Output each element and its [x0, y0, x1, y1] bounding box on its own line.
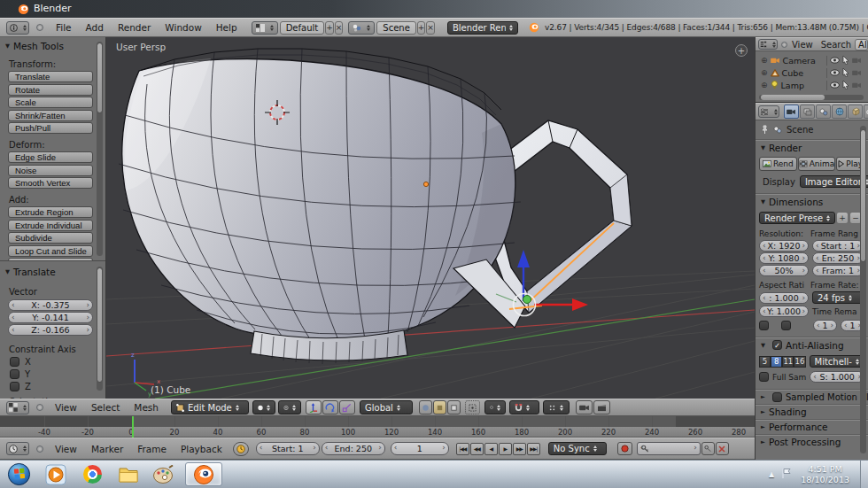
collapse-menus-toggle[interactable] [36, 24, 43, 31]
full-sample-checkbox[interactable] [759, 372, 769, 382]
blender-taskbar-icon[interactable] [185, 462, 222, 486]
aspect-y-field[interactable]: Y: 1.000 [759, 306, 809, 317]
viewport-3d[interactable]: z y x User Persp (1) Cube + [106, 37, 755, 399]
preview-range-toggle[interactable] [233, 442, 249, 456]
timeline-canvas[interactable] [0, 416, 755, 427]
timeline-menu-playback[interactable]: Playback [174, 444, 229, 454]
tab-render[interactable] [784, 105, 799, 119]
outliner-row-cube[interactable]: ⊕ Cube [756, 66, 868, 79]
timeline-menu-marker[interactable]: Marker [84, 444, 130, 454]
header-collapse-toggle[interactable] [36, 404, 43, 411]
frame-start-field[interactable]: Start: 1 [256, 442, 320, 455]
menu-help[interactable]: Help [209, 22, 244, 33]
menu-add[interactable]: Add [79, 22, 111, 33]
snap-element-dropdown[interactable] [543, 400, 570, 414]
remap-old-field[interactable]: 1 [813, 320, 837, 331]
layout-delete-button[interactable]: × [335, 21, 344, 35]
timeline-collapse-toggle[interactable] [36, 445, 43, 453]
editor-type-properties-button[interactable] [758, 105, 779, 118]
operator-scrollbar[interactable] [97, 267, 103, 391]
jump-to-end-button[interactable]: ▶▶| [527, 443, 540, 455]
outliner-item-name[interactable]: Cube [782, 68, 804, 78]
layer-toggle-3[interactable] [447, 400, 461, 414]
render-animation-button[interactable]: Anima [798, 157, 836, 171]
manipulator-scale-toggle[interactable] [339, 400, 355, 414]
crop-checkbox[interactable] [781, 321, 791, 330]
outliner-item-name[interactable]: Camera [783, 56, 816, 66]
outliner-menu-search[interactable]: Search [818, 40, 855, 50]
scene-name-field[interactable]: Scene [376, 21, 416, 35]
timeline-menu-view[interactable]: View [48, 444, 84, 454]
keying-set-field[interactable] [637, 442, 701, 455]
manipulator-rotate-toggle[interactable] [322, 400, 338, 414]
pivot-point-dropdown[interactable] [278, 400, 301, 414]
scale-button[interactable]: Scale [8, 97, 93, 108]
display-dropdown[interactable]: Image Editor [800, 175, 868, 188]
antialiasing-section-header[interactable]: Anti-Aliasing [756, 337, 868, 352]
tab-render-layers[interactable] [800, 105, 815, 119]
taskbar-clock[interactable]: 4:51 PM 18/10/2013 [801, 464, 849, 485]
pin-icon[interactable] [761, 125, 769, 135]
filter-size-field[interactable]: S: 1.000 [810, 371, 864, 383]
viewport-shading-dropdown[interactable] [252, 400, 275, 414]
layer-toggle-2[interactable] [433, 400, 446, 414]
view3d-menu-view[interactable]: View [48, 402, 84, 413]
region-expand-icon[interactable]: + [735, 44, 748, 57]
constraint-x-checkbox[interactable] [10, 357, 19, 367]
mode-dropdown[interactable]: Edit Mode [171, 400, 249, 414]
outliner-collapse-toggle[interactable] [781, 42, 787, 48]
editor-type-3d-button[interactable] [6, 401, 29, 414]
menu-render[interactable]: Render [111, 22, 158, 33]
editor-type-outliner-button[interactable] [758, 39, 778, 50]
breadcrumb-context[interactable]: Scene [787, 125, 814, 135]
aa-samples-16[interactable]: 16 [794, 356, 805, 368]
push-pull-button[interactable]: Push/Pull [8, 122, 93, 134]
render-engine-dropdown[interactable]: Blender Render [447, 21, 518, 35]
extrude-individual-button[interactable]: Extrude Individual [8, 220, 93, 231]
media-player-taskbar-icon[interactable] [42, 462, 70, 486]
show-desktop-button[interactable] [860, 461, 868, 488]
aa-filter-dropdown[interactable]: Mitchell- [810, 355, 864, 368]
scene-selector-button[interactable] [348, 21, 375, 35]
dimensions-section-header[interactable]: Dimensions [756, 193, 868, 209]
visibility-eye-icon[interactable] [830, 81, 840, 89]
expand-icon[interactable]: ⊕ [761, 56, 768, 65]
extrude-region-button[interactable]: Extrude Region [8, 206, 93, 218]
selectable-cursor-icon[interactable] [842, 68, 849, 77]
render-section-header[interactable]: Render [756, 139, 868, 155]
duplicate-button[interactable]: Duplicate [8, 258, 93, 261]
scene-delete-button[interactable]: × [426, 21, 435, 35]
fps-dropdown[interactable]: 24 fps [812, 291, 864, 304]
opengl-render-button[interactable] [576, 400, 593, 414]
noise-button[interactable]: Noise [8, 165, 93, 176]
jump-to-start-button[interactable]: |◀◀ [456, 443, 469, 455]
selectable-cursor-icon[interactable] [842, 81, 849, 89]
outliner-menu-view[interactable]: View [787, 40, 818, 50]
motion-blur-checkbox[interactable] [772, 392, 782, 402]
jump-prev-keyframe-button[interactable]: ◀◀ [470, 443, 484, 455]
renderable-camera-icon[interactable] [852, 57, 862, 64]
chrome-taskbar-icon[interactable] [78, 462, 106, 486]
preset-add-button[interactable]: + [836, 212, 849, 224]
resolution-percentage-field[interactable]: 50% [759, 265, 809, 276]
menu-window[interactable]: Window [158, 22, 208, 33]
layout-add-button[interactable]: + [325, 21, 334, 35]
properties-scrollbar[interactable] [860, 126, 866, 453]
opengl-render-anim-button[interactable] [593, 400, 610, 414]
motion-blur-section-header[interactable]: Sampled Motion Blur [756, 389, 868, 404]
loop-cut-button[interactable]: Loop Cut and Slide [8, 245, 93, 257]
toolshelf-scrollbar[interactable] [97, 42, 103, 256]
frame-end-field[interactable]: End: 250 [322, 442, 385, 455]
mesh-tools-panel-header[interactable]: Mesh Tools [5, 41, 105, 51]
frame-end-prop-field[interactable]: En: 250 [812, 252, 864, 264]
operator-panel-header[interactable]: Translate [5, 267, 105, 277]
rotate-button[interactable]: Rotate [8, 84, 93, 96]
tab-constraints[interactable] [864, 105, 868, 119]
outliner-item-name[interactable]: Lamp [781, 81, 804, 90]
edge-slide-button[interactable]: Edge Slide [8, 151, 93, 163]
smooth-vertex-button[interactable]: Smooth Vertex [8, 177, 93, 189]
aspect-x-field[interactable]: : 1.000 [759, 292, 809, 304]
selectable-cursor-icon[interactable] [842, 56, 849, 65]
play-reverse-button[interactable]: ◀ [484, 443, 498, 455]
performance-section-header[interactable]: Performance [756, 419, 868, 434]
